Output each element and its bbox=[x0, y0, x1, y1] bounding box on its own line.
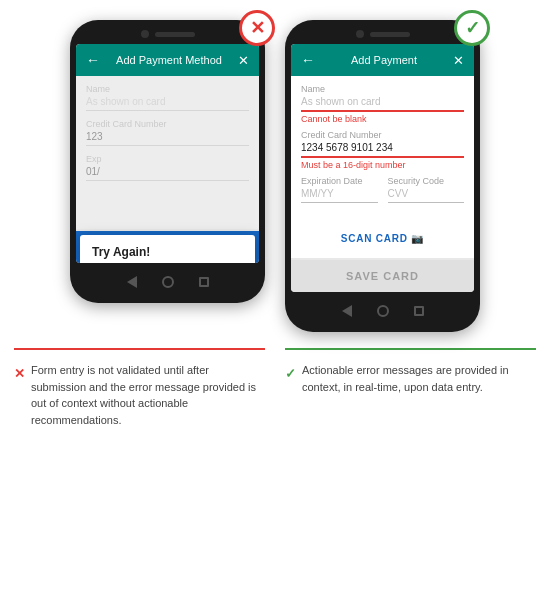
bad-badge: ✕ bbox=[239, 10, 275, 46]
screen-left: ← Add Payment Method ✕ Name As shown on … bbox=[76, 44, 259, 263]
right-name-label: Name bbox=[301, 84, 464, 94]
left-card-input[interactable]: 123 bbox=[86, 131, 249, 146]
bad-caption: ✕ Form entry is not validated until afte… bbox=[14, 362, 265, 428]
scan-card-label: SCAN CARD bbox=[341, 233, 408, 244]
nav-back-right[interactable] bbox=[340, 304, 354, 318]
speaker-left bbox=[155, 32, 195, 37]
dialog-title: Try Again! bbox=[92, 245, 243, 259]
phone-top-left bbox=[76, 30, 259, 38]
nav-home-left[interactable] bbox=[161, 275, 175, 289]
left-exp-label: Exp bbox=[86, 154, 249, 164]
captions-row: ✕ Form entry is not validated until afte… bbox=[10, 362, 540, 428]
speaker-right bbox=[370, 32, 410, 37]
right-close-btn[interactable]: ✕ bbox=[453, 53, 464, 68]
left-dialog: Try Again! There was an error with your … bbox=[80, 235, 255, 263]
right-card-label: Credit Card Number bbox=[301, 130, 464, 140]
right-scan-card-btn[interactable]: SCAN CARD 📷 bbox=[301, 225, 464, 248]
phone-bottom-left bbox=[76, 271, 259, 291]
left-form-area: Name As shown on card Credit Card Number… bbox=[76, 76, 259, 229]
right-name-error: Cannot be blank bbox=[301, 114, 464, 124]
good-caption-text: Actionable error messages are provided i… bbox=[302, 362, 536, 395]
camera-left bbox=[141, 30, 149, 38]
bad-divider bbox=[14, 348, 265, 350]
left-exp-input[interactable]: 01/ bbox=[86, 166, 249, 181]
good-caption-icon: ✓ bbox=[285, 364, 296, 384]
scan-card-icon: 📷 bbox=[411, 233, 424, 244]
right-exp-label: Expiration Date bbox=[301, 176, 378, 186]
phone-bottom-right bbox=[291, 300, 474, 320]
left-card-label: Credit Card Number bbox=[86, 119, 249, 129]
left-close-btn[interactable]: ✕ bbox=[238, 53, 249, 68]
right-name-input[interactable]: As shown on card bbox=[301, 96, 464, 112]
bad-phone: ← Add Payment Method ✕ Name As shown on … bbox=[70, 20, 265, 303]
nav-square-left[interactable] bbox=[197, 275, 211, 289]
screen-right: ← Add Payment ✕ Name As shown on card Ca… bbox=[291, 44, 474, 292]
nav-square-right[interactable] bbox=[412, 304, 426, 318]
left-app-header: ← Add Payment Method ✕ bbox=[76, 44, 259, 76]
good-divider bbox=[285, 348, 536, 350]
nav-back-left[interactable] bbox=[125, 275, 139, 289]
right-back-arrow[interactable]: ← bbox=[301, 52, 315, 68]
nav-home-right[interactable] bbox=[376, 304, 390, 318]
phone-top-right bbox=[291, 30, 474, 38]
camera-right bbox=[356, 30, 364, 38]
right-exp-group: Expiration Date MM/YY bbox=[301, 176, 378, 211]
right-card-error: Must be a 16-digit number bbox=[301, 160, 464, 170]
left-back-arrow[interactable]: ← bbox=[86, 52, 100, 68]
right-cvv-input[interactable]: CVV bbox=[388, 188, 465, 203]
right-save-card-btn[interactable]: SAVE CARD bbox=[291, 260, 474, 292]
left-name-label: Name bbox=[86, 84, 249, 94]
right-cvv-group: Security Code CVV bbox=[388, 176, 465, 211]
right-form-area: Name As shown on card Cannot be blank Cr… bbox=[291, 76, 474, 258]
right-app-header: ← Add Payment ✕ bbox=[291, 44, 474, 76]
bad-caption-text: Form entry is not validated until after … bbox=[31, 362, 265, 428]
left-app-title: Add Payment Method bbox=[116, 54, 222, 66]
caption-dividers bbox=[10, 348, 540, 350]
bad-phone-wrapper: ✕ ← Add Payment Method ✕ Name As shown o… bbox=[70, 20, 265, 332]
good-badge: ✓ bbox=[454, 10, 490, 46]
right-cvv-label: Security Code bbox=[388, 176, 465, 186]
good-phone-wrapper: ✓ ← Add Payment ✕ Name As shown on card bbox=[285, 20, 480, 332]
left-name-input[interactable]: As shown on card bbox=[86, 96, 249, 111]
bad-caption-icon: ✕ bbox=[14, 364, 25, 384]
right-card-input[interactable]: 1234 5678 9101 234 bbox=[301, 142, 464, 158]
right-exp-input[interactable]: MM/YY bbox=[301, 188, 378, 203]
good-caption: ✓ Actionable error messages are provided… bbox=[285, 362, 536, 428]
right-two-col: Expiration Date MM/YY Security Code CVV bbox=[301, 176, 464, 217]
good-phone: ← Add Payment ✕ Name As shown on card Ca… bbox=[285, 20, 480, 332]
right-app-title: Add Payment bbox=[351, 54, 417, 66]
